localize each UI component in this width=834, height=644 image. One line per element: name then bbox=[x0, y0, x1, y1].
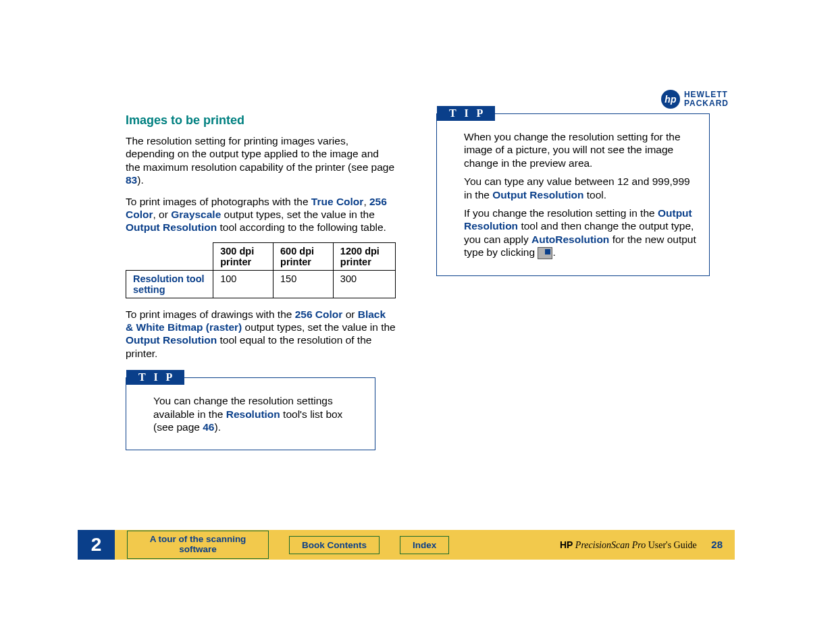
row-head-resolution: Resolution tool setting bbox=[126, 270, 213, 298]
link-true-color[interactable]: True Color bbox=[311, 196, 364, 207]
link-resolution-tool[interactable]: Resolution bbox=[226, 408, 280, 420]
cell-150: 150 bbox=[273, 270, 334, 298]
cell-300: 300 bbox=[333, 270, 395, 298]
paragraph-drawings: To print images of drawings with the 256… bbox=[126, 308, 396, 360]
table-empty-corner bbox=[126, 242, 213, 270]
tip-box-left: T I P You can change the resolution sett… bbox=[126, 377, 375, 450]
hp-logo-text: HEWLETT PACKARD bbox=[684, 90, 729, 108]
tip2-p1: When you change the resolution setting f… bbox=[464, 130, 697, 169]
tip2-p2-b: tool. bbox=[583, 189, 606, 200]
section-heading: Images to be printed bbox=[126, 113, 396, 128]
col-300dpi: 300 dpi printer bbox=[213, 242, 273, 270]
link-grayscale[interactable]: Grayscale bbox=[171, 209, 221, 220]
link-output-resolution-3[interactable]: Output Resolution bbox=[492, 189, 583, 200]
p1-text-b: ). bbox=[137, 174, 143, 186]
chapter-number: 2 bbox=[78, 530, 115, 560]
p2-b: output types, set the value in the bbox=[221, 209, 374, 220]
tip1-c: ). bbox=[215, 421, 221, 433]
p3-a: To print images of drawings with the bbox=[126, 308, 295, 320]
p2-sep1: , bbox=[363, 196, 369, 207]
paragraph-photos: To print images of photographs with the … bbox=[126, 195, 396, 234]
page-number: 28 bbox=[711, 539, 723, 550]
resolution-table: 300 dpi printer 600 dpi printer 1200 dpi… bbox=[126, 242, 396, 298]
page-link-83[interactable]: 83 bbox=[126, 174, 137, 186]
tip2-p3-d: . bbox=[552, 246, 555, 258]
page-link-46[interactable]: 46 bbox=[203, 421, 214, 433]
tip2-p2: You can type any value between 12 and 99… bbox=[464, 175, 697, 201]
link-autoresolution[interactable]: AutoResolution bbox=[531, 234, 609, 245]
footer-title: HP PrecisionScan Pro User's Guide 28 bbox=[560, 539, 723, 551]
btn-book-contents[interactable]: Book Contents bbox=[289, 536, 380, 554]
footer-hp: HP bbox=[560, 539, 573, 550]
cell-100: 100 bbox=[213, 270, 273, 298]
footer-bar: 2 A tour of the scanning software Book C… bbox=[78, 530, 735, 560]
p3-b: output types, set the value in the bbox=[242, 321, 395, 333]
link-256-color-2[interactable]: 256 Color bbox=[295, 308, 343, 320]
p3-sep: or bbox=[342, 308, 357, 320]
footer-product: PrecisionScan Pro bbox=[575, 540, 646, 550]
col-600dpi: 600 dpi printer bbox=[273, 242, 334, 270]
btn-index[interactable]: Index bbox=[400, 536, 449, 554]
tip-box-right: T I P When you change the resolution set… bbox=[436, 113, 710, 276]
link-output-resolution-2[interactable]: Output Resolution bbox=[126, 334, 217, 346]
hp-logo-mark: hp bbox=[661, 90, 680, 109]
col-1200dpi: 1200 dpi printer bbox=[333, 242, 395, 270]
table-row: Resolution tool setting 100 150 300 bbox=[126, 270, 396, 298]
footer-guide: User's Guide bbox=[646, 540, 697, 550]
tip1-text: You can change the resolution settings a… bbox=[153, 394, 363, 433]
paragraph-intro: The resolution setting for printing imag… bbox=[126, 134, 396, 187]
tip-label: T I P bbox=[126, 370, 184, 385]
autoresolution-icon[interactable] bbox=[538, 247, 552, 259]
p1-text-a: The resolution setting for printing imag… bbox=[126, 135, 394, 173]
p2-c: tool according to the following table. bbox=[217, 221, 386, 233]
p2-a: To print images of photographs with the bbox=[126, 196, 311, 207]
p2-sep2: , or bbox=[153, 209, 171, 220]
btn-tour-scanning-software[interactable]: A tour of the scanning software bbox=[127, 531, 269, 559]
tip2-p3: If you change the resolution setting in … bbox=[464, 207, 697, 259]
hp-logo: hp HEWLETT PACKARD bbox=[661, 90, 729, 109]
logo-line2: PACKARD bbox=[684, 99, 729, 108]
tip2-p3-a: If you change the resolution setting in … bbox=[464, 207, 658, 219]
link-output-resolution-1[interactable]: Output Resolution bbox=[126, 221, 217, 233]
tip-label-2: T I P bbox=[437, 106, 495, 121]
